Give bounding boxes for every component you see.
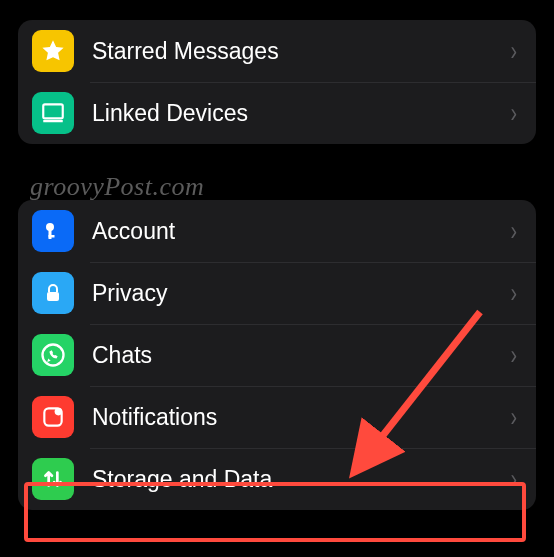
row-label: Account (92, 218, 509, 245)
chevron-right-icon: › (510, 463, 517, 495)
chevron-right-icon: › (510, 35, 517, 67)
star-icon (32, 30, 74, 72)
row-label: Privacy (92, 280, 509, 307)
lock-icon (32, 272, 74, 314)
svg-rect-4 (49, 235, 55, 238)
row-label: Storage and Data (92, 466, 509, 493)
chevron-right-icon: › (510, 401, 517, 433)
row-account[interactable]: Account › (18, 200, 536, 262)
chevron-right-icon: › (510, 339, 517, 371)
row-notifications[interactable]: Notifications › (18, 386, 536, 448)
svg-rect-0 (43, 104, 63, 118)
whatsapp-icon (32, 334, 74, 376)
row-label: Linked Devices (92, 100, 509, 127)
settings-group-1: Starred Messages › Linked Devices › (18, 20, 536, 144)
watermark-text: groovyPost.com (30, 172, 204, 202)
desktop-icon (32, 92, 74, 134)
row-linked-devices[interactable]: Linked Devices › (18, 82, 536, 144)
notification-icon (32, 396, 74, 438)
row-privacy[interactable]: Privacy › (18, 262, 536, 324)
updown-icon (32, 458, 74, 500)
svg-point-8 (55, 408, 63, 416)
svg-rect-5 (47, 292, 59, 301)
key-icon (32, 210, 74, 252)
chevron-right-icon: › (510, 97, 517, 129)
row-label: Chats (92, 342, 509, 369)
settings-group-2: Account › Privacy › Chats › Notification… (18, 200, 536, 510)
row-storage-and-data[interactable]: Storage and Data › (18, 448, 536, 510)
row-chats[interactable]: Chats › (18, 324, 536, 386)
row-starred-messages[interactable]: Starred Messages › (18, 20, 536, 82)
chevron-right-icon: › (510, 215, 517, 247)
chevron-right-icon: › (510, 277, 517, 309)
row-label: Notifications (92, 404, 509, 431)
row-label: Starred Messages (92, 38, 509, 65)
